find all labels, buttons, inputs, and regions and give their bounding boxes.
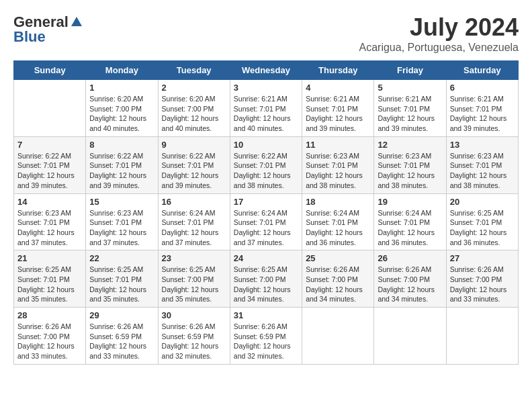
day-number: 24 [234, 253, 298, 263]
calendar-cell [446, 308, 518, 365]
calendar-week-row: 1Sunrise: 6:20 AMSunset: 7:00 PMDaylight… [14, 80, 519, 137]
calendar-cell: 9Sunrise: 6:22 AMSunset: 7:01 PMDaylight… [158, 136, 230, 193]
calendar-cell: 3Sunrise: 6:21 AMSunset: 7:01 PMDaylight… [230, 80, 302, 137]
calendar-cell: 7Sunrise: 6:22 AMSunset: 7:01 PMDaylight… [14, 136, 86, 193]
calendar-cell: 27Sunrise: 6:26 AMSunset: 7:00 PMDayligh… [446, 250, 518, 308]
calendar-cell: 23Sunrise: 6:25 AMSunset: 7:00 PMDayligh… [158, 250, 230, 308]
day-info: Sunrise: 6:21 AMSunset: 7:01 PMDaylight:… [306, 94, 370, 134]
calendar-week-row: 28Sunrise: 6:26 AMSunset: 7:00 PMDayligh… [14, 308, 519, 365]
calendar-cell: 25Sunrise: 6:26 AMSunset: 7:00 PMDayligh… [302, 250, 374, 308]
day-number: 30 [162, 310, 226, 320]
day-number: 10 [234, 140, 298, 150]
calendar-week-row: 21Sunrise: 6:25 AMSunset: 7:01 PMDayligh… [14, 250, 519, 308]
day-number: 18 [306, 197, 370, 207]
calendar-cell: 30Sunrise: 6:26 AMSunset: 6:59 PMDayligh… [158, 308, 230, 365]
calendar-cell: 18Sunrise: 6:24 AMSunset: 7:01 PMDayligh… [302, 193, 374, 250]
day-info: Sunrise: 6:23 AMSunset: 7:01 PMDaylight:… [89, 208, 154, 248]
day-number: 25 [306, 253, 370, 263]
day-number: 5 [378, 83, 442, 93]
day-info: Sunrise: 6:22 AMSunset: 7:01 PMDaylight:… [17, 151, 82, 191]
day-number: 13 [450, 140, 515, 150]
calendar-cell: 1Sunrise: 6:20 AMSunset: 7:00 PMDaylight… [86, 80, 158, 137]
day-info: Sunrise: 6:22 AMSunset: 7:01 PMDaylight:… [89, 151, 154, 191]
calendar-week-row: 7Sunrise: 6:22 AMSunset: 7:01 PMDaylight… [14, 136, 519, 193]
day-info: Sunrise: 6:24 AMSunset: 7:01 PMDaylight:… [162, 208, 226, 248]
day-info: Sunrise: 6:25 AMSunset: 7:01 PMDaylight:… [450, 208, 515, 248]
day-number: 2 [162, 83, 226, 93]
calendar-cell: 2Sunrise: 6:20 AMSunset: 7:00 PMDaylight… [158, 80, 230, 137]
svg-marker-0 [71, 17, 82, 26]
day-info: Sunrise: 6:22 AMSunset: 7:01 PMDaylight:… [234, 151, 298, 191]
day-header-tuesday: Tuesday [158, 61, 230, 80]
day-info: Sunrise: 6:26 AMSunset: 7:00 PMDaylight:… [378, 265, 442, 304]
calendar-cell: 12Sunrise: 6:23 AMSunset: 7:01 PMDayligh… [374, 136, 446, 193]
day-info: Sunrise: 6:20 AMSunset: 7:00 PMDaylight:… [89, 94, 154, 134]
day-number: 8 [89, 140, 154, 150]
day-number: 15 [89, 197, 154, 207]
calendar-cell: 10Sunrise: 6:22 AMSunset: 7:01 PMDayligh… [230, 136, 302, 193]
day-number: 12 [378, 140, 442, 150]
day-number: 7 [17, 140, 82, 150]
calendar-cell: 14Sunrise: 6:23 AMSunset: 7:01 PMDayligh… [14, 193, 86, 250]
main-title: July 2024 [359, 13, 519, 42]
day-number: 9 [162, 140, 226, 150]
calendar-cell: 28Sunrise: 6:26 AMSunset: 7:00 PMDayligh… [14, 308, 86, 365]
calendar-cell: 8Sunrise: 6:22 AMSunset: 7:01 PMDaylight… [86, 136, 158, 193]
day-number: 16 [162, 197, 226, 207]
calendar-cell: 15Sunrise: 6:23 AMSunset: 7:01 PMDayligh… [86, 193, 158, 250]
day-number: 1 [89, 83, 154, 93]
day-info: Sunrise: 6:24 AMSunset: 7:01 PMDaylight:… [378, 208, 442, 248]
day-info: Sunrise: 6:23 AMSunset: 7:01 PMDaylight:… [378, 151, 442, 191]
day-info: Sunrise: 6:21 AMSunset: 7:01 PMDaylight:… [378, 94, 442, 134]
day-info: Sunrise: 6:25 AMSunset: 7:01 PMDaylight:… [17, 265, 82, 304]
day-info: Sunrise: 6:26 AMSunset: 6:59 PMDaylight:… [162, 322, 226, 361]
day-number: 22 [89, 253, 154, 263]
calendar-cell: 26Sunrise: 6:26 AMSunset: 7:00 PMDayligh… [374, 250, 446, 308]
title-block: July 2024 Acarigua, Portuguesa, Venezuel… [359, 13, 519, 54]
day-number: 19 [378, 197, 442, 207]
day-info: Sunrise: 6:26 AMSunset: 6:59 PMDaylight:… [234, 322, 298, 361]
day-header-wednesday: Wednesday [230, 61, 302, 80]
day-info: Sunrise: 6:26 AMSunset: 7:00 PMDaylight:… [450, 265, 515, 304]
calendar-cell: 17Sunrise: 6:24 AMSunset: 7:01 PMDayligh… [230, 193, 302, 250]
day-header-thursday: Thursday [302, 61, 374, 80]
day-number: 31 [234, 310, 298, 320]
day-number: 21 [17, 253, 82, 263]
day-number: 6 [450, 83, 515, 93]
logo: General Blue [13, 13, 85, 46]
calendar-cell: 6Sunrise: 6:21 AMSunset: 7:01 PMDaylight… [446, 80, 518, 137]
calendar-cell: 22Sunrise: 6:25 AMSunset: 7:01 PMDayligh… [86, 250, 158, 308]
day-info: Sunrise: 6:24 AMSunset: 7:01 PMDaylight:… [306, 208, 370, 248]
day-info: Sunrise: 6:26 AMSunset: 7:00 PMDaylight:… [306, 265, 370, 304]
day-number: 29 [89, 310, 154, 320]
logo-blue-text: Blue [13, 28, 46, 46]
day-number: 3 [234, 83, 298, 93]
day-info: Sunrise: 6:21 AMSunset: 7:01 PMDaylight:… [234, 94, 298, 134]
day-number: 17 [234, 197, 298, 207]
calendar-cell: 11Sunrise: 6:23 AMSunset: 7:01 PMDayligh… [302, 136, 374, 193]
day-info: Sunrise: 6:23 AMSunset: 7:01 PMDaylight:… [450, 151, 515, 191]
calendar-cell: 16Sunrise: 6:24 AMSunset: 7:01 PMDayligh… [158, 193, 230, 250]
day-info: Sunrise: 6:26 AMSunset: 6:59 PMDaylight:… [89, 322, 154, 361]
day-info: Sunrise: 6:22 AMSunset: 7:01 PMDaylight:… [162, 151, 226, 191]
calendar-cell [302, 308, 374, 365]
day-info: Sunrise: 6:23 AMSunset: 7:01 PMDaylight:… [17, 208, 82, 248]
day-number: 23 [162, 253, 226, 263]
calendar-cell: 4Sunrise: 6:21 AMSunset: 7:01 PMDaylight… [302, 80, 374, 137]
calendar-cell: 5Sunrise: 6:21 AMSunset: 7:01 PMDaylight… [374, 80, 446, 137]
day-info: Sunrise: 6:25 AMSunset: 7:01 PMDaylight:… [89, 265, 154, 304]
calendar-cell: 29Sunrise: 6:26 AMSunset: 6:59 PMDayligh… [86, 308, 158, 365]
day-number: 4 [306, 83, 370, 93]
day-header-saturday: Saturday [446, 61, 518, 80]
calendar-cell: 19Sunrise: 6:24 AMSunset: 7:01 PMDayligh… [374, 193, 446, 250]
day-info: Sunrise: 6:20 AMSunset: 7:00 PMDaylight:… [162, 94, 226, 134]
day-number: 28 [17, 310, 82, 320]
day-number: 26 [378, 253, 442, 263]
day-number: 14 [17, 197, 82, 207]
calendar-cell: 24Sunrise: 6:25 AMSunset: 7:00 PMDayligh… [230, 250, 302, 308]
day-info: Sunrise: 6:26 AMSunset: 7:00 PMDaylight:… [17, 322, 82, 361]
calendar-cell: 13Sunrise: 6:23 AMSunset: 7:01 PMDayligh… [446, 136, 518, 193]
page-header: General Blue July 2024 Acarigua, Portugu… [13, 13, 519, 54]
calendar-week-row: 14Sunrise: 6:23 AMSunset: 7:01 PMDayligh… [14, 193, 519, 250]
day-info: Sunrise: 6:25 AMSunset: 7:00 PMDaylight:… [162, 265, 226, 304]
